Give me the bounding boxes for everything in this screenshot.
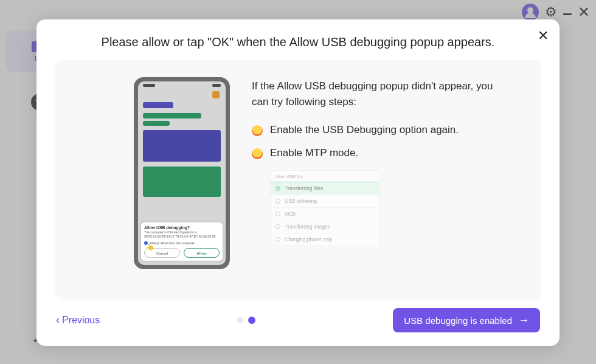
arrow-right-icon: →	[518, 315, 529, 326]
intro-text: If the Allow USB debugging popup didn't …	[252, 78, 507, 111]
step-dot-active	[248, 317, 255, 324]
instructions: If the Allow USB debugging popup didn't …	[252, 77, 518, 246]
radio-icon	[275, 199, 280, 204]
phone-illustration: Allow USB debugging? The computer's RSA …	[134, 77, 230, 269]
usb-option-label: Charging phone only	[285, 236, 332, 242]
modal-content-panel: Allow USB debugging? The computer's RSA …	[55, 60, 541, 300]
usb-option-label: Transferring images	[285, 224, 330, 230]
usb-option-label: Transferring files	[285, 185, 323, 191]
radio-icon	[275, 237, 280, 242]
modal-close-icon[interactable]: ✕	[538, 28, 549, 44]
phone-popup-checkbox-label: Always allow from this computer	[150, 241, 195, 245]
phone-popup-line2: 58:95:1A:92:F8:14:17:78:09:CA:47:E7:A0:5…	[144, 235, 220, 239]
usb-option: USB tethering	[271, 194, 379, 207]
phone-popup-title: Allow USB debugging?	[144, 225, 220, 230]
modal-footer: ‹ Previous USB debugging is enabled →	[55, 308, 541, 332]
tip-text: Enable the USB Debugging option again.	[270, 124, 459, 136]
bulb-icon	[252, 148, 263, 159]
usb-option: MIDI	[271, 207, 379, 220]
usb-debugging-enabled-button[interactable]: USB debugging is enabled →	[393, 308, 540, 332]
previous-label: Previous	[62, 315, 100, 326]
cta-label: USB debugging is enabled	[404, 315, 512, 326]
modal-title: Please allow or tap "OK" when the Allow …	[55, 35, 541, 49]
tap-hand-icon: 👆	[146, 243, 154, 251]
tip-row: Enable MTP mode.	[252, 147, 518, 159]
usb-option: Charging phone only	[271, 233, 379, 246]
bulb-icon	[252, 125, 263, 136]
usb-options-heading: Use USB for	[271, 171, 379, 182]
usb-options-illustration: Use USB for Transferring files USB tethe…	[270, 170, 379, 246]
usb-option-label: MIDI	[285, 211, 296, 217]
tip-row: Enable the USB Debugging option again.	[252, 124, 518, 136]
modal-dialog: ✕ Please allow or tap "OK" when the Allo…	[36, 19, 560, 346]
usb-option: Transferring images	[271, 220, 379, 233]
tip-text: Enable MTP mode.	[270, 147, 358, 159]
radio-icon	[275, 224, 280, 229]
previous-button[interactable]: ‹ Previous	[56, 315, 100, 326]
phone-popup-line1: The computer's RSA key fingerprint is:	[144, 230, 220, 235]
usb-option-label: USB tethering	[285, 198, 317, 204]
radio-icon	[275, 186, 280, 191]
chevron-left-icon: ‹	[56, 314, 60, 325]
step-dot	[237, 317, 243, 323]
usb-option: Transferring files	[271, 182, 379, 194]
phone-popup-allow: Allow	[184, 248, 220, 258]
step-indicator	[237, 317, 255, 324]
radio-icon	[275, 211, 280, 216]
phone-popup: Allow USB debugging? The computer's RSA …	[141, 222, 223, 261]
